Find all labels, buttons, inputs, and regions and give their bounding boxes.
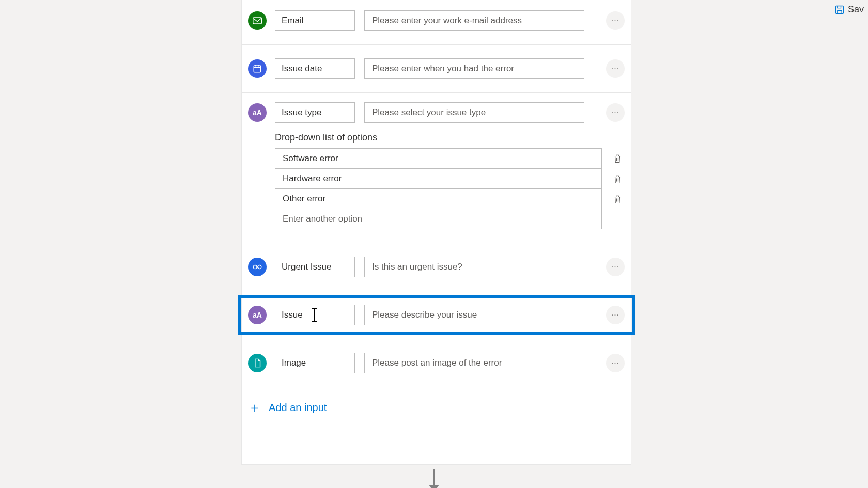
row-date: ··· <box>242 45 631 93</box>
delete-option-button[interactable] <box>610 172 625 186</box>
text-icon: aA <box>248 306 267 324</box>
row-email: ··· <box>242 0 631 45</box>
row-image: ··· <box>242 339 631 387</box>
dropdown-option[interactable]: Software error <box>275 148 602 169</box>
image-name-input[interactable] <box>275 353 355 373</box>
save-icon[interactable] <box>834 5 845 15</box>
add-input-label: Add an input <box>269 402 327 414</box>
save-label[interactable]: Sav <box>848 4 864 15</box>
toggle-icon <box>248 258 267 276</box>
urgent-name-input[interactable] <box>275 257 355 277</box>
row-menu-button[interactable]: ··· <box>606 11 625 30</box>
form-card: ··· ··· aA ··· Drop-down list of options… <box>241 0 631 465</box>
email-desc-input[interactable] <box>364 10 584 31</box>
email-name-input[interactable] <box>275 10 355 31</box>
type-desc-input[interactable] <box>364 102 584 123</box>
row-menu-button[interactable]: ··· <box>606 59 625 78</box>
toolbar: Sav <box>834 4 864 15</box>
date-name-input[interactable] <box>275 58 355 79</box>
row-issue: aA ··· <box>242 291 631 339</box>
text-icon: aA <box>248 103 267 122</box>
text-cursor <box>314 309 315 321</box>
row-urgent: ··· <box>242 243 631 291</box>
svg-rect-0 <box>835 6 843 13</box>
dropdown-label: Drop-down list of options <box>275 132 625 143</box>
image-desc-input[interactable] <box>364 353 584 373</box>
connector-arrow <box>433 469 435 488</box>
row-type: aA ··· <box>242 93 631 132</box>
file-icon <box>248 354 267 372</box>
date-desc-input[interactable] <box>364 58 584 79</box>
delete-option-button[interactable] <box>610 151 625 166</box>
row-menu-button[interactable]: ··· <box>606 354 625 372</box>
issue-desc-input[interactable] <box>364 305 584 325</box>
plus-icon: ＋ <box>248 401 261 414</box>
calendar-icon <box>248 59 267 78</box>
dropdown-option[interactable]: Other error <box>275 188 602 209</box>
type-name-input[interactable] <box>275 102 355 123</box>
dropdown-options-block: Drop-down list of options Software error… <box>242 132 631 243</box>
mail-icon <box>248 11 267 30</box>
row-menu-button[interactable]: ··· <box>606 306 625 324</box>
dropdown-add-option[interactable]: Enter another option <box>275 209 602 229</box>
delete-option-button[interactable] <box>610 192 625 207</box>
svg-rect-2 <box>254 66 261 72</box>
urgent-desc-input[interactable] <box>364 257 584 277</box>
row-menu-button[interactable]: ··· <box>606 103 625 122</box>
row-menu-button[interactable]: ··· <box>606 258 625 276</box>
dropdown-option[interactable]: Hardware error <box>275 168 602 189</box>
add-input-button[interactable]: ＋ Add an input <box>242 387 631 432</box>
svg-rect-1 <box>253 18 262 24</box>
